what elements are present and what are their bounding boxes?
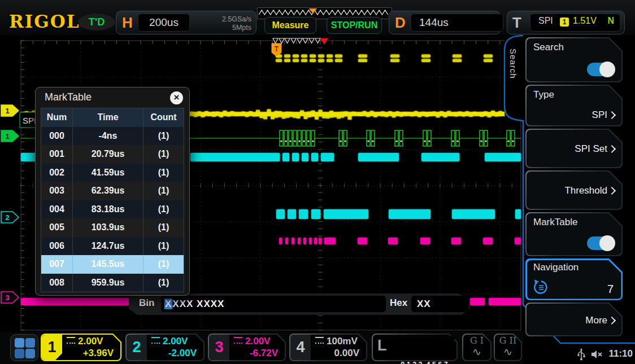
- table-row[interactable]: 006124.7us(1): [41, 237, 184, 256]
- channel-flag-3[interactable]: 3: [1, 292, 19, 303]
- delay-group[interactable]: D 144us: [389, 11, 501, 34]
- marktable-toggle[interactable]: [587, 236, 614, 250]
- svg-text:3: 3: [5, 293, 9, 302]
- speaker-muted-icon: [591, 349, 603, 359]
- tab-search[interactable]: Search: [504, 36, 523, 120]
- dc-coupling-icon: [151, 337, 160, 344]
- svg-text:T: T: [275, 45, 279, 53]
- h-label: H: [122, 14, 133, 32]
- usb-icon: [577, 348, 585, 361]
- trigger-status-badge: T'D: [78, 14, 115, 30]
- type-label: Type: [533, 89, 554, 100]
- dc-coupling-icon: [315, 337, 324, 344]
- oscilloscope-screen: T1123SPI RIGOL T'D H 200us 2.5GSa/s 5Mpt…: [0, 0, 635, 364]
- svg-text:SPI: SPI: [23, 116, 36, 125]
- menu-item-search[interactable]: Search: [525, 37, 623, 82]
- channel-1-box[interactable]: 1 2.00V +3.96V: [41, 334, 121, 361]
- menu-item-threshold[interactable]: Threshold: [525, 170, 623, 210]
- marktable-table: Num Time Count 000-4ns(1) 00120.79us(1) …: [41, 108, 184, 292]
- channel-1-offset: +3.96V: [83, 348, 114, 359]
- table-row[interactable]: 000-4ns(1): [41, 127, 184, 146]
- table-row[interactable]: 008959.9us(1): [41, 274, 184, 292]
- channel-3-number: 3: [209, 335, 229, 360]
- table-row[interactable]: 00483.18us(1): [41, 200, 184, 219]
- channel-3-box[interactable]: 3 2.00V -6.72V: [208, 334, 286, 361]
- menu-item-more[interactable]: More: [525, 302, 623, 336]
- navigation-dial-icon: [532, 279, 549, 296]
- clock: 11:10: [608, 348, 633, 359]
- table-row[interactable]: 005103.9us(1): [41, 218, 184, 237]
- timebase-value[interactable]: 200us: [138, 14, 190, 32]
- bin-label: Bin: [139, 297, 154, 309]
- close-icon[interactable]: ×: [170, 91, 183, 104]
- marktable-popup-title: MarkTable: [45, 91, 92, 103]
- table-row[interactable]: 00241.59us(1): [41, 164, 184, 182]
- rigol-logo: RIGOL: [9, 11, 80, 32]
- search-menu-panel: Search Search Type SPI SPI Set Threshold…: [497, 35, 635, 364]
- dc-coupling-icon: [234, 337, 242, 344]
- logic-channels-box[interactable]: L 0 1 2 3 4 5 6 78 9 1011 12131415: [372, 334, 458, 361]
- hex-value-field: XX: [411, 296, 469, 312]
- channel-1-burst-marks: [276, 55, 493, 63]
- trigger-slope: N: [607, 16, 614, 26]
- channel-flag-1[interactable]: 1: [1, 105, 19, 116]
- table-row[interactable]: 00120.79us(1): [41, 145, 184, 164]
- delay-value[interactable]: 144us: [411, 14, 503, 32]
- marktable-header: Num Time Count: [41, 108, 184, 127]
- stop-run-button[interactable]: STOP/RUN: [327, 17, 382, 34]
- bin-value: XXX XXXX: [172, 299, 224, 309]
- trigger-info[interactable]: SPI 1 1.51V N: [530, 14, 620, 32]
- chevron-right-icon: [608, 316, 616, 324]
- d-label: D: [395, 14, 406, 32]
- menu-grid-icon[interactable]: [10, 334, 38, 361]
- channel-1-scale: 2.00V: [78, 336, 103, 347]
- channel-flag-2[interactable]: 2: [1, 212, 19, 223]
- channel-4-scale: 100mV: [327, 336, 358, 347]
- status-icons: 11:10: [576, 346, 635, 363]
- channel-2-box[interactable]: 2 2.00V -2.00V: [125, 334, 205, 361]
- overview-zigzag: [258, 8, 390, 17]
- current-search-mark: [320, 38, 328, 45]
- menu-item-marktable[interactable]: MarkTable: [525, 212, 623, 256]
- measure-button[interactable]: Measure: [264, 17, 316, 34]
- chevron-right-icon: [608, 186, 616, 194]
- channel-3-bursts: [279, 238, 521, 244]
- hex-label: Hex: [390, 297, 407, 309]
- channel-2-trace-low: [276, 209, 521, 219]
- sample-rate-memdepth: 2.5GSa/s 5Mpts: [222, 15, 251, 32]
- channel-4-box[interactable]: 4 100mV 0.00V: [289, 334, 367, 361]
- threshold-label: Threshold: [564, 185, 615, 196]
- channel-3-scale: 2.00V: [245, 336, 270, 347]
- chevron-right-icon: [608, 144, 616, 152]
- sample-rate: 2.5GSa/s: [222, 15, 251, 24]
- menu-item-navigation[interactable]: Navigation 7: [525, 258, 623, 300]
- horizontal-timebase-group[interactable]: H 200us 2.5GSa/s 5Mpts: [116, 11, 256, 34]
- chevron-right-icon: [608, 111, 616, 119]
- decode-result-bar: Bin XXXX XXXX Hex XX: [129, 293, 470, 315]
- menu-item-spi-set[interactable]: SPI Set: [525, 129, 623, 168]
- navigation-label: Navigation: [533, 262, 579, 273]
- channel-1-number: 1: [42, 335, 62, 360]
- navigation-value: 7: [607, 283, 614, 296]
- trigger-group[interactable]: T SPI 1 1.51V N: [507, 11, 625, 34]
- t-label: T: [512, 14, 521, 32]
- spi-set-label: SPI Set: [575, 143, 615, 155]
- bin-cursor: X: [164, 299, 172, 309]
- marktable-toggle-label: MarkTable: [533, 217, 577, 228]
- more-label: More: [585, 315, 615, 326]
- channel-flag-1[interactable]: 1: [1, 130, 19, 142]
- menu-item-type[interactable]: Type SPI: [525, 85, 623, 126]
- channel-2-scale: 2.00V: [163, 336, 188, 347]
- generator-1-box[interactable]: G I ∿: [462, 334, 492, 361]
- svg-text:1: 1: [5, 132, 9, 141]
- table-row[interactable]: 00362.39us(1): [41, 182, 184, 200]
- sine-wave-icon: ∿: [462, 345, 492, 358]
- table-row-selected[interactable]: 007145.5us(1): [41, 255, 184, 274]
- memory-depth: 5Mpts: [222, 24, 251, 32]
- bin-value-field: XXXX XXXX: [161, 296, 386, 312]
- marktable-popup: MarkTable × Num Time Count 000-4ns(1) 00…: [35, 87, 190, 296]
- top-status-bar: RIGOL T'D H 200us 2.5GSa/s 5Mpts Measure…: [0, 0, 635, 35]
- channel-4-offset: 0.00V: [334, 348, 359, 359]
- search-toggle[interactable]: [587, 63, 614, 76]
- channel-4-number: 4: [290, 335, 311, 360]
